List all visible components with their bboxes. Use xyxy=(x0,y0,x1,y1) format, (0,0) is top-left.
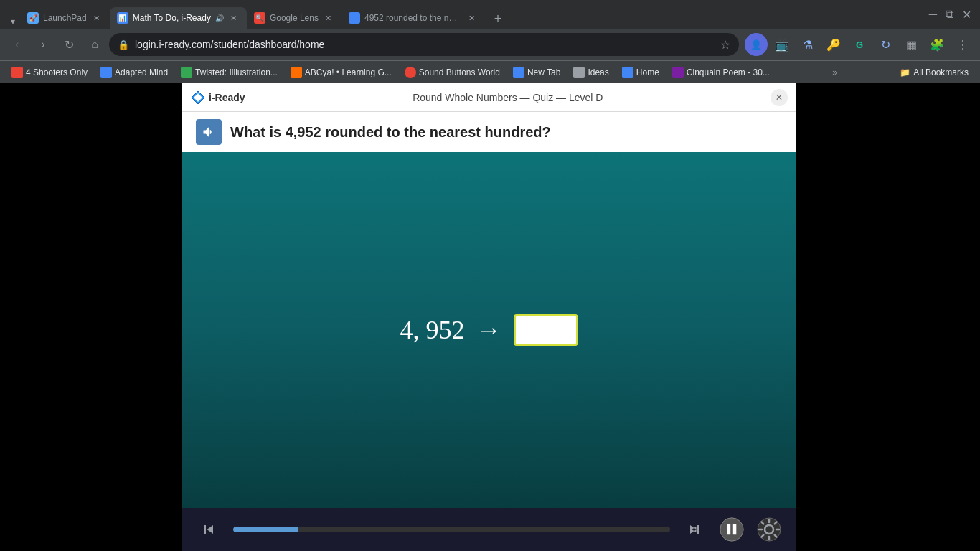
pause-icon xyxy=(719,515,745,544)
bookmark-favicon-twisted xyxy=(181,67,192,78)
tab-close-lens[interactable]: ✕ xyxy=(323,12,334,24)
window-controls: ─ ⧉ ✕ xyxy=(926,5,974,24)
grammarly-icon[interactable]: G xyxy=(848,33,871,56)
svg-rect-3 xyxy=(727,524,731,534)
tab-launchpad[interactable]: 🚀 LaunchPad ✕ xyxy=(20,7,110,29)
tab-title-4952: 4952 rounded to the nearest te xyxy=(364,13,462,23)
bookmark-star-icon[interactable]: ☆ xyxy=(720,38,730,52)
close-button[interactable]: ✕ xyxy=(959,5,974,24)
sync-icon[interactable]: ↻ xyxy=(874,33,897,56)
bookmark-favicon-newtab xyxy=(513,67,524,78)
bookmark-favicon-abcya xyxy=(291,67,302,78)
qr-icon[interactable]: ▦ xyxy=(900,33,923,56)
fast-forward-button[interactable] xyxy=(682,517,707,542)
bookmark-4-shooters[interactable]: 4 Shooters Only xyxy=(6,64,93,81)
expression-left: 4, 952 xyxy=(400,315,465,345)
toolbar-icons: 👤 📺 ⚗ 🔑 G ↻ ▦ 🧩 ⋮ xyxy=(745,33,974,56)
tab-close-launchpad[interactable]: ✕ xyxy=(91,12,103,24)
speaker-icon: 🔊 xyxy=(215,14,224,22)
password-manager-icon[interactable]: 🔑 xyxy=(822,33,845,56)
bookmarks-more-button[interactable]: » xyxy=(826,65,843,80)
bookmark-label-4-shooters: 4 Shooters Only xyxy=(26,67,88,77)
quiz-title: Round Whole Numbers — Quiz — Level D xyxy=(413,92,603,103)
tab-favicon-math: 📊 xyxy=(117,12,128,24)
extensions-puzzle-icon[interactable]: 🧩 xyxy=(925,33,948,56)
iready-logo-text: i-Ready xyxy=(209,92,245,103)
bookmark-abcya[interactable]: ABCya! • Learning G... xyxy=(285,64,397,81)
tab-google-lens[interactable]: 🔍 Google Lens ✕ xyxy=(247,7,341,29)
new-tab-button[interactable]: + xyxy=(488,9,508,29)
cast-icon[interactable]: 📺 xyxy=(771,33,793,56)
minimize-button[interactable]: ─ xyxy=(926,5,940,24)
bookmark-label-abcya: ABCya! • Learning G... xyxy=(305,67,392,77)
arrow-symbol: → xyxy=(476,315,502,345)
bookmark-favicon-cinquain xyxy=(672,67,684,78)
bookmark-favicon-sound xyxy=(405,67,416,78)
iready-close-button[interactable]: × xyxy=(771,89,788,106)
bookmark-label-cinquain: Cinquain Poem - 30... xyxy=(687,67,770,77)
tab-close-4952[interactable]: ✕ xyxy=(466,12,478,24)
tab-title-launchpad: LaunchPad xyxy=(43,13,87,23)
lock-icon: 🔒 xyxy=(118,39,129,50)
all-bookmarks-folder[interactable]: 📁 All Bookmarks xyxy=(894,64,974,81)
bookmark-home[interactable]: Home xyxy=(616,64,665,81)
bookmark-favicon-home xyxy=(622,67,633,78)
rewind-button[interactable] xyxy=(196,517,222,542)
quiz-footer xyxy=(182,508,796,551)
speaker-button[interactable] xyxy=(196,119,222,145)
iready-logo: i-Ready xyxy=(190,90,245,105)
tab-math-todo[interactable]: 📊 Math To Do, i-Ready 🔊 ✕ xyxy=(110,7,247,29)
svg-point-2 xyxy=(720,518,743,541)
forward-button[interactable]: › xyxy=(32,33,55,56)
tab-close-math[interactable]: ✕ xyxy=(228,12,240,24)
bookmark-cinquain[interactable]: Cinquain Poem - 30... xyxy=(666,64,776,81)
tab-title-lens: Google Lens xyxy=(270,13,319,23)
page-content: i-Ready Round Whole Numbers — Quiz — Lev… xyxy=(0,83,980,551)
home-button[interactable]: ⌂ xyxy=(83,33,106,56)
restore-button[interactable]: ⧉ xyxy=(943,5,956,24)
iready-popup: i-Ready Round Whole Numbers — Quiz — Lev… xyxy=(182,83,796,551)
all-bookmarks-label: All Bookmarks xyxy=(913,67,969,77)
settings-icon xyxy=(756,517,782,542)
bookmark-favicon-adapted xyxy=(100,67,112,78)
tab-favicon: 🚀 xyxy=(27,12,39,24)
tab-4952[interactable]: 4952 rounded to the nearest te ✕ xyxy=(341,7,485,29)
tab-favicon-lens: 🔍 xyxy=(254,12,265,24)
settings-button[interactable] xyxy=(756,517,782,542)
bookmark-ideas[interactable]: Ideas xyxy=(567,64,614,81)
tab-bar: ▾ 🚀 LaunchPad ✕ 📊 Math To Do, i-Ready 🔊 … xyxy=(6,0,920,29)
bookmark-label-sound-buttons: Sound Buttons World xyxy=(419,67,500,77)
search-labs-icon[interactable]: ⚗ xyxy=(796,33,819,56)
bookmark-label-ideas: Ideas xyxy=(588,67,608,77)
math-expression: 4, 952 → xyxy=(400,314,578,346)
quiz-question-bar: What is 4,952 rounded to the nearest hun… xyxy=(182,112,796,152)
bookmark-favicon xyxy=(11,67,23,78)
address-bar[interactable]: 🔒 login.i-ready.com/student/dashboard/ho… xyxy=(109,33,739,56)
fast-forward-icon xyxy=(686,521,703,538)
address-text: login.i-ready.com/student/dashboard/home xyxy=(135,39,715,50)
bookmark-new-tab[interactable]: New Tab xyxy=(507,64,566,81)
question-text: What is 4,952 rounded to the nearest hun… xyxy=(230,124,551,141)
extensions-icon[interactable]: 👤 xyxy=(745,33,768,56)
tab-dropdown-button[interactable]: ▾ xyxy=(6,14,20,29)
bookmark-favicon-ideas xyxy=(573,67,585,78)
bookmark-adapted-mind[interactable]: Adapted Mind xyxy=(95,64,174,81)
bookmark-label-adapted-mind: Adapted Mind xyxy=(115,67,168,77)
answer-input[interactable] xyxy=(514,314,578,346)
svg-rect-4 xyxy=(733,524,737,534)
menu-icon[interactable]: ⋮ xyxy=(951,33,974,56)
rewind-icon xyxy=(200,521,217,538)
bookmark-twisted[interactable]: Twisted: Illlustration... xyxy=(175,64,283,81)
quiz-content: 4, 952 → xyxy=(182,152,796,508)
bookmarks-bar: 4 Shooters Only Adapted Mind Twisted: Il… xyxy=(0,60,980,83)
pause-button[interactable] xyxy=(719,517,745,542)
bookmark-sound-buttons[interactable]: Sound Buttons World xyxy=(399,64,506,81)
reload-button[interactable]: ↻ xyxy=(57,33,80,56)
title-bar: ▾ 🚀 LaunchPad ✕ 📊 Math To Do, i-Ready 🔊 … xyxy=(0,0,980,29)
tab-favicon-4952 xyxy=(349,12,360,24)
bookmark-label-home: Home xyxy=(636,67,659,77)
back-button[interactable]: ‹ xyxy=(6,33,29,56)
progress-bar-container xyxy=(233,527,670,532)
bookmark-label-twisted: Twisted: Illlustration... xyxy=(195,67,278,77)
iready-header: i-Ready Round Whole Numbers — Quiz — Lev… xyxy=(182,83,796,112)
